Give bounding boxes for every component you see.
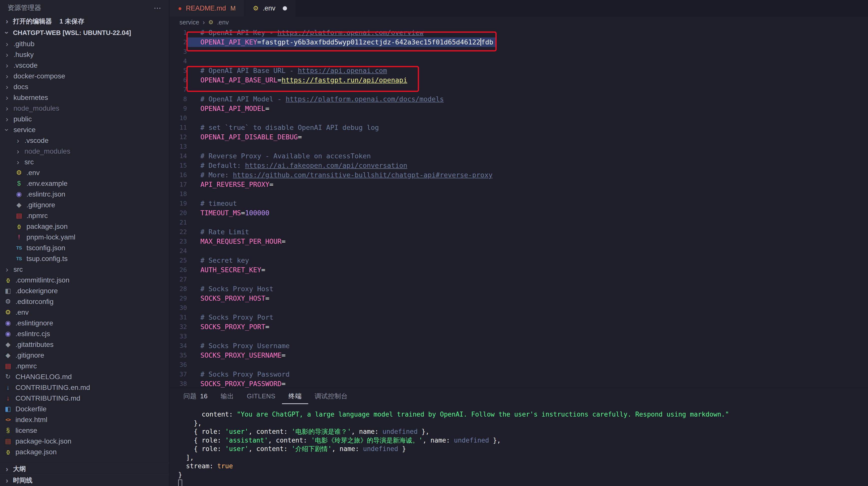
code-line-37[interactable]: 37# Socks Proxy Password [169, 370, 868, 379]
code-line-12[interactable]: 12OPENAI_API_DISABLE_DEBUG= [169, 132, 868, 142]
line-number: 17 [169, 180, 187, 189]
tree-folder-.vscode[interactable]: ›.vscode [0, 135, 169, 146]
tree-folder-public[interactable]: ›public [0, 114, 169, 124]
outline-section[interactable]: › 大纲 [0, 463, 169, 475]
tree-file-tsup.config.ts[interactable]: TStsup.config.ts [0, 253, 169, 264]
code-line-10[interactable]: 10 [169, 113, 868, 123]
timeline-section[interactable]: › 时间线 [0, 475, 169, 486]
tree-file-.eslintrc.json[interactable]: ◉.eslintrc.json [0, 189, 169, 200]
tree-file-.npmrc[interactable]: ▤.npmrc [0, 361, 169, 371]
panel-tab-问题[interactable]: 问题16 [177, 388, 214, 404]
code-line-3[interactable]: 3 [169, 47, 868, 56]
code-line-30[interactable]: 30 [169, 303, 868, 313]
code-line-20[interactable]: 20TIMEOUT_MS=100000 [169, 208, 868, 218]
tree-file-package-lock.json[interactable]: ▤package-lock.json [0, 436, 169, 447]
code-line-1[interactable]: 1# OpenAI API Key - https://platform.ope… [169, 28, 868, 37]
tree-file-Dockerfile[interactable]: ◧Dockerfile [0, 404, 169, 414]
panel-tab-调试控制台[interactable]: 调试控制台 [308, 388, 354, 404]
tree-folder-kubernetes[interactable]: ›kubernetes [0, 92, 169, 103]
tree-file-.env[interactable]: ⚙.env [0, 167, 169, 178]
tree-file-.dockerignore[interactable]: ◧.dockerignore [0, 285, 169, 296]
code-line-32[interactable]: 32SOCKS_PROXY_PORT= [169, 322, 868, 332]
panel-tab-输出[interactable]: 输出 [214, 388, 240, 404]
tree-item-label: .github [13, 40, 34, 48]
code-line-35[interactable]: 35SOCKS_PROXY_USERNAME= [169, 351, 868, 360]
tree-file-.npmrc[interactable]: ▤.npmrc [0, 210, 169, 221]
tree-item-label: tsconfig.json [27, 244, 65, 252]
tree-file-.gitignore[interactable]: ◆.gitignore [0, 350, 169, 361]
code-line-4[interactable]: 4 [169, 56, 868, 66]
code-line-2[interactable]: 2OPENAI_API_KEY=fastgpt-y6b3axfbdd5wyp01… [169, 37, 868, 47]
code-line-36[interactable]: 36 [169, 360, 868, 370]
code-line-24[interactable]: 24 [169, 246, 868, 256]
panel-tab-GITLENS[interactable]: GITLENS [240, 388, 282, 404]
code-editor[interactable]: 1# OpenAI API Key - https://platform.ope… [169, 28, 868, 388]
tree-file-.editorconfig[interactable]: ⚙.editorconfig [0, 296, 169, 307]
tree-file-.commitlintrc.json[interactable]: {}.commitlintrc.json [0, 275, 169, 285]
breadcrumb[interactable]: service › ⚙ .env [169, 17, 868, 28]
tree-file-CONTRIBUTING.md[interactable]: ↓CONTRIBUTING.md [0, 393, 169, 404]
tree-file-.env[interactable]: ⚙.env [0, 307, 169, 318]
tree-folder-node_modules[interactable]: ›node_modules [0, 103, 169, 114]
code-line-33[interactable]: 33 [169, 332, 868, 341]
code-line-15[interactable]: 15# Default: https://ai.fakeopen.com/api… [169, 161, 868, 170]
code-line-11[interactable]: 11# set `true` to disable OpenAI API deb… [169, 123, 868, 132]
dirty-indicator[interactable] [283, 6, 287, 10]
code-line-26[interactable]: 26AUTH_SECRET_KEY= [169, 265, 868, 275]
more-actions-button[interactable]: ⋯ [154, 3, 162, 12]
tree-file-.gitattributes[interactable]: ◆.gitattributes [0, 339, 169, 350]
code-line-8[interactable]: 8# OpenAI API Model - https://platform.o… [169, 94, 868, 104]
tree-file-tsconfig.json[interactable]: TStsconfig.json [0, 242, 169, 253]
code-line-6[interactable]: 6OPENAI_API_BASE_URL=https://fastgpt.run… [169, 76, 868, 85]
code-line-17[interactable]: 17API_REVERSE_PROXY= [169, 180, 868, 189]
code-line-21[interactable]: 21 [169, 218, 868, 227]
code-line-14[interactable]: 14# Reverse Proxy - Available on accessT… [169, 151, 868, 161]
tree-file-pnpm-lock.yaml[interactable]: !pnpm-lock.yaml [0, 232, 169, 242]
open-editors-section[interactable]: › 打开的编辑器 1 未保存 [0, 16, 169, 27]
tree-folder-.husky[interactable]: ›.husky [0, 49, 169, 60]
code-line-38[interactable]: 38SOCKS_PROXY_PASSWORD= [169, 379, 868, 388]
code-line-13[interactable]: 13 [169, 142, 868, 151]
breadcrumb-folder[interactable]: service [180, 19, 199, 26]
tree-folder-.github[interactable]: ›.github [0, 38, 169, 49]
tree-file-.env.example[interactable]: $.env.example [0, 178, 169, 189]
tree-file-index.html[interactable]: <>index.html [0, 414, 169, 425]
panel-tab-终端[interactable]: 终端 [282, 388, 308, 404]
tree-file-license[interactable]: §license [0, 425, 169, 436]
tab-env[interactable]: ⚙.env [244, 0, 296, 17]
code-line-29[interactable]: 29SOCKS_PROXY_HOST= [169, 294, 868, 303]
code-line-7[interactable]: 7 [169, 85, 868, 94]
code-line-28[interactable]: 28# Socks Proxy Host [169, 284, 868, 294]
tree-file-CONTRIBUTING.en.md[interactable]: ↓CONTRIBUTING.en.md [0, 382, 169, 393]
code-line-31[interactable]: 31# Socks Proxy Port [169, 313, 868, 322]
tree-folder-node_modules[interactable]: ›node_modules [0, 146, 169, 156]
tree-folder-.vscode[interactable]: ›.vscode [0, 60, 169, 71]
code-line-34[interactable]: 34# Socks Proxy Username [169, 341, 868, 351]
tab-readme[interactable]: ●README.mdM [169, 0, 244, 17]
tree-folder-service[interactable]: ›service [0, 124, 169, 135]
breadcrumb-file[interactable]: .env [217, 19, 228, 26]
code-line-18[interactable]: 18 [169, 189, 868, 199]
terminal[interactable]: content: "You are ChatGPT, a large langu… [169, 404, 868, 486]
code-line-19[interactable]: 19# timeout [169, 199, 868, 208]
project-root-section[interactable]: › CHATGPT-WEB [WSL: UBUNTU-22.04] [0, 27, 169, 38]
tree-file-package.json[interactable]: {}package.json [0, 447, 169, 457]
tree-file-CHANGELOG.md[interactable]: ↻CHANGELOG.md [0, 371, 169, 382]
code-line-9[interactable]: 9OPENAI_API_MODEL= [169, 104, 868, 113]
code-line-23[interactable]: 23MAX_REQUEST_PER_HOUR= [169, 237, 868, 246]
tree-file-.gitignore[interactable]: ◆.gitignore [0, 200, 169, 210]
code-line-22[interactable]: 22# Rate Limit [169, 227, 868, 237]
code-line-25[interactable]: 25# Secret key [169, 256, 868, 265]
tree-folder-src[interactable]: ›src [0, 156, 169, 167]
code-line-27[interactable]: 27 [169, 275, 868, 284]
code-line-5[interactable]: 5# OpenAI API Base URL - https://api.ope… [169, 66, 868, 76]
docker-icon: ◧ [3, 405, 12, 413]
tree-file-.eslintrc.cjs[interactable]: ◉.eslintrc.cjs [0, 328, 169, 339]
line-text: # set `true` to disable OpenAI API debug… [187, 123, 381, 132]
tree-folder-docker-compose[interactable]: ›docker-compose [0, 71, 169, 81]
code-line-16[interactable]: 16# More: https://github.com/transitive-… [169, 170, 868, 180]
tree-file-package.json[interactable]: {}package.json [0, 221, 169, 232]
tree-folder-docs[interactable]: ›docs [0, 81, 169, 92]
tree-folder-src[interactable]: ›src [0, 264, 169, 275]
tree-file-.eslintignore[interactable]: ◉.eslintignore [0, 318, 169, 328]
